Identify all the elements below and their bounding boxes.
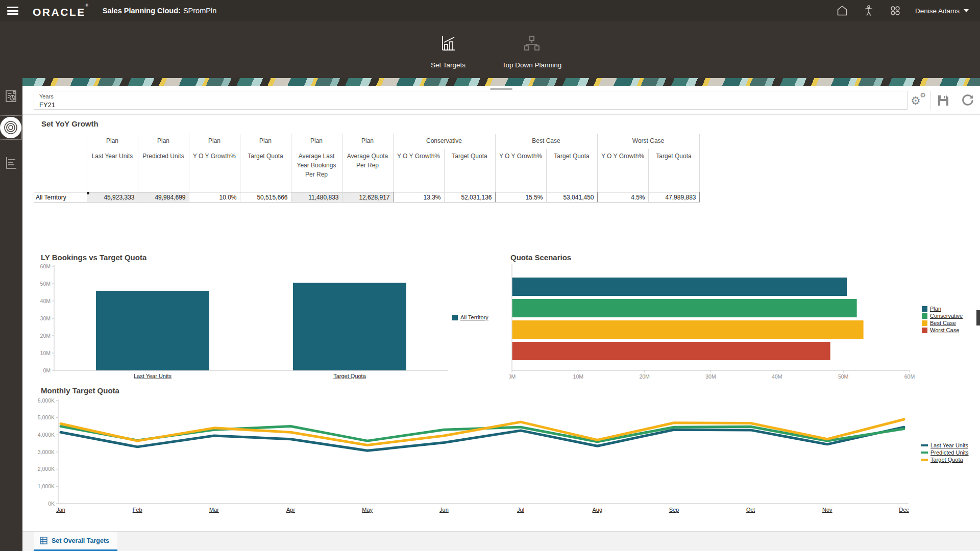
- grid-corner: [34, 149, 87, 192]
- vertical-scrollbar-thumb[interactable]: [976, 310, 980, 325]
- category-label[interactable]: Last Year Units: [134, 373, 172, 379]
- y-tick-label: 5,000K: [38, 414, 55, 420]
- x-axis-month-label[interactable]: Nov: [822, 507, 832, 513]
- column-group-header: Plan: [189, 134, 240, 149]
- horizontal-bars-icon[interactable]: [0, 153, 22, 173]
- column-group-header: Conservative: [393, 134, 495, 149]
- column-group-header: Plan: [240, 134, 291, 149]
- grid-cell[interactable]: 47,989,883: [648, 192, 699, 203]
- x-axis-month-label[interactable]: Aug: [592, 507, 602, 513]
- grid-cell[interactable]: 4.5%: [597, 192, 648, 203]
- column-header: Target Quota: [648, 149, 699, 192]
- apps-grid-icon[interactable]: [889, 4, 902, 17]
- nav-tab-top-down-planning[interactable]: Top Down Planning: [501, 35, 562, 69]
- application-window: ORACLE® Sales Planning Cloud:SPromPln De…: [0, 0, 980, 551]
- report-icon[interactable]: [0, 86, 22, 107]
- column-group-header: Plan: [138, 134, 189, 149]
- legend-label: Worst Case: [930, 327, 959, 333]
- x-tick-label: 10M: [573, 373, 583, 380]
- accessibility-icon[interactable]: [862, 4, 875, 17]
- chart-title-ly-bookings: LY Bookings vs Target Quota: [41, 253, 146, 262]
- tab-set-overall-targets[interactable]: Set Overall Targets: [34, 532, 117, 551]
- grid-cell[interactable]: 53,041,450: [546, 192, 597, 203]
- legend-swatch: [922, 328, 927, 333]
- bar-chart-icon: [439, 35, 457, 54]
- grid-cell[interactable]: 11,480,833: [291, 192, 342, 203]
- y-tick-label: 60M: [40, 264, 51, 269]
- grid-cell[interactable]: 12,628,917: [342, 192, 393, 203]
- x-axis-month-label[interactable]: Jul: [517, 507, 524, 513]
- oracle-logo: ORACLE®: [33, 4, 88, 18]
- x-axis-month-label[interactable]: Jun: [439, 507, 449, 513]
- legend-swatch: [921, 444, 928, 446]
- pov-collapse-handle[interactable]: [490, 88, 512, 90]
- column-header: Last Year Units: [87, 149, 138, 192]
- bottom-tab-label: Set Overall Targets: [52, 537, 109, 544]
- ly-bookings-bar-chart: 0M10M20M30M40M50M60MLast Year UnitsTarge…: [34, 264, 457, 385]
- bar-target-quota[interactable]: [293, 283, 406, 370]
- grid-cell[interactable]: 13.3%: [393, 192, 444, 203]
- nav-tab-label: Top Down Planning: [502, 61, 561, 69]
- bar-best-case[interactable]: [512, 320, 864, 339]
- legend-item[interactable]: Best Case: [922, 320, 963, 326]
- pov-member-selector[interactable]: Years FY21: [34, 91, 908, 110]
- grid-cell[interactable]: 52,031,136: [444, 192, 495, 203]
- x-axis-month-label[interactable]: Jan: [56, 507, 65, 513]
- legend-item[interactable]: All Territory: [452, 314, 488, 320]
- column-header: Target Quota: [444, 149, 495, 192]
- left-sidebar: [0, 78, 22, 551]
- x-tick-label: 60M: [904, 373, 915, 380]
- bar-worst-case[interactable]: [512, 342, 830, 360]
- chart-title-quota-scenarios: Quota Scenarios: [510, 253, 571, 262]
- home-icon[interactable]: [836, 4, 849, 17]
- chart-title-monthly-target-quota: Monthly Target Quota: [41, 386, 119, 395]
- bar-plan[interactable]: [512, 278, 847, 296]
- x-axis-month-label[interactable]: Dec: [899, 507, 909, 513]
- x-axis-month-label[interactable]: Feb: [133, 507, 142, 513]
- user-menu[interactable]: Denise Adams: [915, 7, 969, 15]
- save-icon[interactable]: [931, 91, 955, 110]
- grid-cell[interactable]: 50,515,666: [240, 192, 291, 203]
- nav-tab-set-targets[interactable]: Set Targets: [418, 35, 479, 69]
- x-axis-month-label[interactable]: Oct: [746, 507, 755, 513]
- x-axis-month-label[interactable]: Mar: [209, 507, 219, 513]
- x-tick-label: 30M: [705, 373, 716, 380]
- legend-swatch: [922, 320, 927, 326]
- x-axis-month-label[interactable]: Sep: [669, 507, 679, 513]
- x-tick-label: 40M: [772, 373, 782, 380]
- set-yoy-growth-grid: PlanPlanPlanPlanPlanPlanConservativeBest…: [34, 134, 700, 203]
- y-tick-label: 30M: [40, 315, 51, 321]
- y-tick-label: 40M: [40, 298, 51, 304]
- x-tick-label: 20M: [639, 373, 649, 380]
- settings-gear-icon[interactable]: ⚙⚙: [906, 91, 930, 110]
- grid-cell[interactable]: 45,923,333: [87, 192, 138, 203]
- quota-scenarios-bar-chart: 0M10M20M30M40M50M60M: [509, 264, 918, 385]
- legend-item[interactable]: Predicted Units: [921, 449, 969, 456]
- category-label[interactable]: Target Quota: [333, 373, 366, 379]
- legend-item[interactable]: Conservative: [922, 313, 963, 319]
- x-axis-month-label[interactable]: Apr: [286, 507, 295, 513]
- legend-swatch: [922, 306, 927, 312]
- legend-swatch: [452, 315, 458, 320]
- x-axis-month-label[interactable]: May: [362, 507, 373, 513]
- column-group-header: Plan: [342, 134, 393, 149]
- bar-last-year-units[interactable]: [96, 291, 209, 370]
- monthly-target-quota-line-chart: 0K1,000K2,000K3,000K4,000K5,000K6,000KJa…: [34, 397, 917, 518]
- y-tick-label: 0M: [43, 367, 51, 373]
- grid-cell[interactable]: 49,984,699: [138, 192, 189, 203]
- sidebar-item-set-targets-active[interactable]: [0, 116, 21, 139]
- hamburger-menu-icon[interactable]: [7, 7, 18, 15]
- x-tick-label: 50M: [838, 373, 848, 380]
- pov-actions: ⚙⚙: [906, 91, 980, 110]
- bar-conservative[interactable]: [512, 299, 857, 317]
- legend-item[interactable]: Worst Case: [922, 327, 963, 333]
- legend-item[interactable]: Target Quota: [921, 457, 969, 463]
- row-header: All Territory: [34, 192, 87, 203]
- legend-item[interactable]: Last Year Units: [921, 442, 969, 448]
- grid-cell[interactable]: 15.5%: [495, 192, 546, 203]
- refresh-icon[interactable]: [955, 91, 980, 110]
- grid-cell[interactable]: 10.0%: [189, 192, 240, 203]
- app-title: Sales Planning Cloud:SPromPln: [103, 7, 216, 15]
- grid-corner: [34, 134, 87, 149]
- legend-item[interactable]: Plan: [922, 306, 963, 312]
